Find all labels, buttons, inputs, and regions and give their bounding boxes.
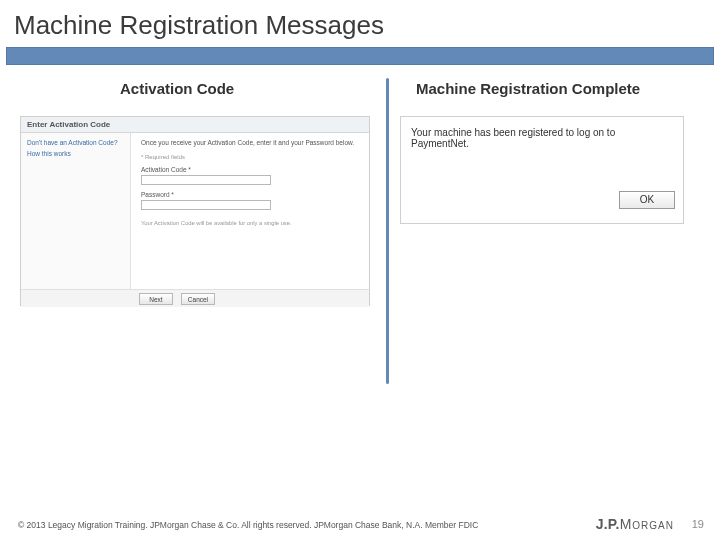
single-use-note: Your Activation Code will be available f… xyxy=(141,220,359,226)
next-button[interactable]: Next xyxy=(139,293,173,305)
ok-button[interactable]: OK xyxy=(619,191,675,209)
slide: Machine Registration Messages Activation… xyxy=(0,0,720,540)
page-title: Machine Registration Messages xyxy=(6,6,714,49)
column-header-registration-complete: Machine Registration Complete xyxy=(416,80,640,97)
jpmorgan-logo: J.P.Morgan xyxy=(596,516,674,532)
column-header-activation-code: Activation Code xyxy=(120,80,234,97)
title-block: Machine Registration Messages xyxy=(6,6,714,65)
password-input[interactable] xyxy=(141,200,271,210)
dialog-footer: Next Cancel xyxy=(21,289,369,307)
dialog-sidebar: Don't have an Activation Code? How this … xyxy=(21,133,131,289)
logo-jp: J.P. xyxy=(596,516,620,532)
page-number: 19 xyxy=(692,518,704,530)
vertical-divider xyxy=(386,78,389,384)
label-activation-code: Activation Code * xyxy=(141,166,359,173)
dialog-body: Don't have an Activation Code? How this … xyxy=(21,133,369,289)
logo-morgan: Morgan xyxy=(620,516,674,532)
activation-code-dialog: Enter Activation Code Don't have an Acti… xyxy=(20,116,370,306)
dialog-footer-right: OK xyxy=(401,187,683,217)
activation-code-input[interactable] xyxy=(141,175,271,185)
link-how-this-works[interactable]: How this works xyxy=(27,150,124,157)
cancel-button[interactable]: Cancel xyxy=(181,293,215,305)
link-no-activation-code[interactable]: Don't have an Activation Code? xyxy=(27,139,124,146)
label-password: Password * xyxy=(141,191,359,198)
footer-copyright: © 2013 Legacy Migration Training. JPMorg… xyxy=(18,520,478,530)
required-fields-note: * Required fields xyxy=(141,154,359,160)
registration-complete-dialog: Your machine has been registered to log … xyxy=(400,116,684,224)
dialog-intro: Once you receive your Activation Code, e… xyxy=(141,139,359,146)
dialog-title: Enter Activation Code xyxy=(21,117,369,133)
title-accent-bar xyxy=(6,47,714,65)
dialog-message: Your machine has been registered to log … xyxy=(401,117,683,187)
dialog-form: Once you receive your Activation Code, e… xyxy=(131,133,369,289)
